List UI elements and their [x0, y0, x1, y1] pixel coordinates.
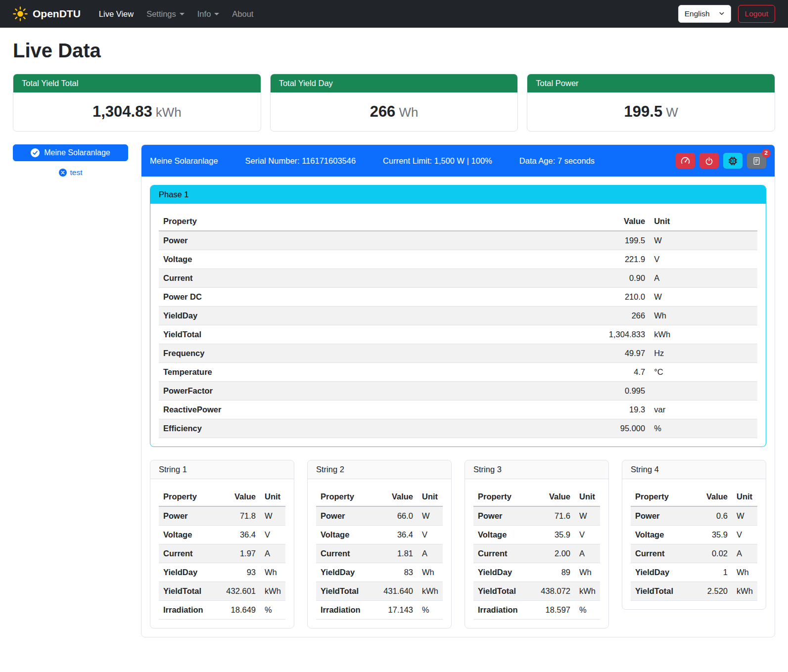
row-property: YieldDay [159, 563, 222, 582]
table-row: Voltage 36.4 V [316, 526, 443, 544]
navbar: OpenDTU Live View Settings Info About En… [0, 0, 788, 28]
inverter-name: Meine Solaranlage [150, 156, 218, 166]
string-1-table: Property Value Unit Power 71.8 W Voltage… [159, 488, 285, 620]
inverter-header: Meine Solaranlage Serial Number: 1161716… [141, 145, 775, 177]
event-log-button[interactable]: 2 [747, 153, 766, 169]
row-property: Irradiation [159, 601, 222, 620]
table-row: Irradiation 18.649 % [159, 601, 285, 620]
nav-live-view[interactable]: Live View [93, 5, 140, 23]
brand[interactable]: OpenDTU [13, 6, 81, 21]
row-value: 221.9 [488, 250, 650, 269]
column-header-unit: Unit [260, 488, 285, 506]
row-value: 66.0 [379, 506, 417, 526]
row-value: 0.6 [698, 506, 732, 526]
row-value: 1.81 [379, 544, 417, 563]
table-row: YieldDay 93 Wh [159, 563, 285, 582]
nav-info[interactable]: Info [191, 5, 226, 23]
row-value: 431.640 [379, 582, 417, 601]
table-header-row: Property Value Unit [159, 212, 757, 231]
summary-cards-row: Total Yield Total 1,304.83kWh Total Yiel… [13, 74, 775, 132]
column-header-unit: Unit [649, 212, 757, 231]
brand-label: OpenDTU [33, 8, 81, 20]
column-header-property: Property [473, 488, 536, 506]
summary-value: 199.5 [624, 103, 663, 120]
row-value: 199.5 [488, 231, 650, 250]
event-count-badge: 2 [762, 149, 771, 158]
language-select-value: English [685, 9, 710, 18]
row-unit: V [732, 526, 757, 544]
row-property: Irradiation [316, 601, 379, 620]
row-value: 0.90 [488, 269, 650, 288]
row-unit: % [260, 601, 285, 620]
limit-settings-button[interactable] [676, 153, 695, 169]
nav-about[interactable]: About [226, 5, 260, 23]
summary-card-value: 1,304.83kWh [13, 92, 261, 131]
row-unit: W [575, 506, 600, 526]
sun-logo-icon [13, 6, 28, 21]
sidebar-item-label: test [70, 168, 83, 177]
row-value: 432.601 [222, 582, 260, 601]
logout-button[interactable]: Logout [738, 5, 775, 23]
row-unit: W [732, 506, 757, 526]
journal-icon [752, 157, 761, 165]
row-unit: W [649, 231, 757, 250]
row-unit: V [649, 250, 757, 269]
table-row: YieldTotal 431.640 kWh [316, 582, 443, 601]
summary-card-title: Total Yield Total [13, 74, 261, 92]
row-unit: kWh [417, 582, 443, 601]
table-row: Power 71.6 W [473, 506, 600, 526]
power-button[interactable] [699, 153, 719, 169]
row-unit [649, 382, 757, 401]
table-row: YieldDay 83 Wh [316, 563, 443, 582]
column-header-property: Property [316, 488, 379, 506]
row-property: Irradiation [473, 601, 536, 620]
row-unit: V [575, 526, 600, 544]
inverter-data-age: Data Age: 7 seconds [519, 156, 595, 166]
row-unit: kWh [649, 325, 757, 344]
total-yield-total-card: Total Yield Total 1,304.83kWh [13, 74, 261, 132]
row-property: Frequency [159, 344, 488, 363]
row-property: Current [159, 544, 222, 563]
phase-card-body: Property Value Unit Power 199.5 W Voltag… [150, 204, 766, 447]
main-content: Live Data Total Yield Total 1,304.83kWh … [0, 28, 788, 650]
check-circle-icon [31, 148, 40, 157]
row-property: Current [473, 544, 536, 563]
row-value: 0.02 [698, 544, 732, 563]
sidebar-item-test[interactable]: test [59, 168, 83, 177]
table-row: YieldDay 266 Wh [159, 307, 757, 325]
language-select[interactable]: English [678, 5, 731, 23]
row-value: 1.97 [222, 544, 260, 563]
summary-unit: W [666, 105, 678, 120]
column-header-unit: Unit [732, 488, 757, 506]
column-header-property: Property [159, 488, 222, 506]
row-value: 19.3 [488, 401, 650, 419]
inverter-sidebar: Meine Solaranlage test [13, 144, 128, 177]
x-circle-icon [59, 169, 67, 177]
table-row: Voltage 35.9 V [473, 526, 600, 544]
row-unit: var [649, 401, 757, 419]
row-unit: A [417, 544, 443, 563]
inverter-serial: Serial Number: 116171603546 [245, 156, 356, 166]
table-header-row: Property Value Unit [631, 488, 757, 506]
row-value: 18.649 [222, 601, 260, 620]
row-property: YieldTotal [631, 582, 698, 601]
table-row: YieldTotal 432.601 kWh [159, 582, 285, 601]
column-header-value: Value [536, 488, 575, 506]
string-3-table-body: Power 71.6 W Voltage 35.9 V Current 2.00… [473, 506, 600, 620]
table-row: Efficiency 95.000 % [159, 419, 757, 438]
summary-card-value: 266Wh [271, 92, 518, 131]
row-unit: % [575, 601, 600, 620]
device-info-button[interactable] [723, 153, 742, 169]
summary-unit: kWh [156, 105, 182, 120]
summary-card-title: Total Yield Day [271, 74, 518, 92]
summary-unit: Wh [399, 105, 418, 120]
sidebar-item-meine-solaranlage[interactable]: Meine Solaranlage [13, 144, 128, 161]
summary-value: 1,304.83 [93, 103, 152, 120]
table-row: Temperature 4.7 °C [159, 363, 757, 382]
nav-settings[interactable]: Settings [140, 5, 191, 23]
nav-settings-label: Settings [146, 9, 176, 18]
row-value: 36.4 [379, 526, 417, 544]
row-unit: Hz [649, 344, 757, 363]
row-property: Power [316, 506, 379, 526]
string-2-table: Property Value Unit Power 66.0 W Voltage… [316, 488, 443, 620]
